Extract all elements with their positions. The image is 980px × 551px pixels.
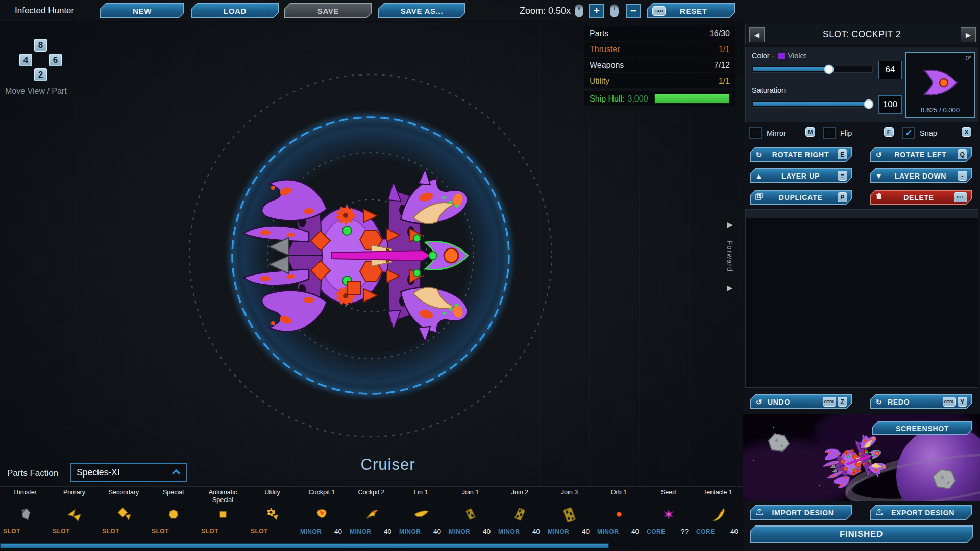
part-item-seed[interactable]: Seed CORE ?? (644, 487, 693, 543)
cockpit1-icon (297, 505, 347, 524)
finished-button[interactable]: FINISHED (750, 525, 973, 543)
screenshot-button[interactable]: SCREENSHOT (872, 421, 972, 435)
mirror-key-badge: M (805, 127, 815, 137)
save-as-button[interactable]: SAVE AS... (378, 3, 465, 18)
color-name: Violet (788, 52, 806, 60)
part-item-special[interactable]: Special SLOT (149, 487, 198, 543)
part-item-primary[interactable]: Primary SLOT (50, 487, 99, 543)
part-angle: 0° (966, 55, 971, 62)
duplicate-button[interactable]: DUPLICATE P (750, 190, 852, 205)
duplicate-key-badge: P (838, 192, 847, 202)
color-slider-knob[interactable] (824, 65, 834, 74)
part-name: Join 1 (446, 487, 495, 505)
tentacle1-icon (693, 505, 743, 524)
toggle-flip[interactable]: ✓ Flip (823, 127, 852, 139)
part-value: 40 (384, 528, 391, 535)
saturation-value[interactable]: 100 (878, 95, 902, 114)
part-value: ?? (681, 528, 689, 535)
primary-icon (50, 505, 99, 524)
key-left: 4 (18, 53, 33, 67)
toggle-snap[interactable]: ✓ Snap (902, 127, 937, 139)
snap-checkbox[interactable]: ✓ (902, 127, 915, 139)
part-name: Primary (50, 487, 99, 505)
part-item-tentacle-1[interactable]: Tentacle 1 CORE 40 (693, 487, 743, 543)
color-slider[interactable] (752, 66, 873, 73)
part-badge: SLOT (3, 528, 20, 535)
part-item-utility[interactable]: Utility SLOT (248, 487, 297, 543)
zoom-in-button[interactable]: + (589, 4, 604, 18)
parts-scrollbar-thumb[interactable] (0, 543, 609, 548)
part-item-fin-1[interactable]: Fin 1 MINOR 40 (396, 487, 446, 543)
part-item-join-1[interactable]: Join 1 MINOR 40 (446, 487, 495, 543)
stat-row-thruster: Thruster1/1 (584, 42, 735, 57)
zoom-label: Zoom: 0.50x (500, 0, 571, 21)
part-name: Join 2 (495, 487, 545, 505)
part-badge: SLOT (53, 528, 70, 535)
stat-row-weapons: Weapons7/12 (584, 58, 735, 72)
auto-special-icon (198, 505, 248, 524)
stats-rows: Parts16/30Thruster1/1Weapons7/12Utility1… (584, 26, 735, 88)
join1-icon (446, 505, 495, 524)
delete-button[interactable]: DELETE DEL (870, 190, 972, 205)
part-item-join-2[interactable]: Join 2 MINOR 40 (495, 487, 545, 543)
chevron-up-icon (172, 468, 181, 477)
reset-button[interactable]: TAB RESET (647, 3, 735, 18)
parts-faction-dropdown[interactable]: Species-XI (70, 463, 187, 482)
parts-scrollbar-track[interactable] (0, 543, 743, 548)
snap-label: Snap (920, 129, 937, 137)
zoom-out-button[interactable]: − (626, 4, 641, 18)
part-item-thruster[interactable]: Thruster SLOT (0, 487, 50, 543)
mirror-checkbox[interactable]: ✓ (749, 127, 762, 139)
layer-down-button[interactable]: ▼ LAYER DOWN - (870, 168, 972, 183)
ship-design[interactable] (237, 168, 482, 343)
part-item-cockpit-1[interactable]: Cockpit 1 MINOR 40 (297, 487, 347, 543)
part-item-secondary[interactable]: Secondary SLOT (99, 487, 149, 543)
part-coords: 0.625 / 0.000 (906, 106, 974, 114)
part-preview: 0° 0.625 / 0.000 (905, 52, 975, 118)
mirror-label: Mirror (767, 129, 786, 137)
rotate-left-key-badge: Q (958, 149, 967, 159)
part-item-automatic-special[interactable]: Automatic Special SLOT (198, 487, 248, 543)
part-item-orb-1[interactable]: Orb 1 MINOR 40 (594, 487, 644, 543)
layer-up-button[interactable]: ▲ LAYER UP = (750, 168, 852, 183)
new-button[interactable]: NEW (100, 3, 184, 18)
z-key-badge: Z (838, 397, 847, 407)
toggle-mirror[interactable]: ✓ Mirror (749, 127, 786, 139)
trash-icon (874, 193, 884, 202)
undo-button[interactable]: ↺ UNDO CTRLZ (750, 394, 852, 409)
key-right: 6 (48, 53, 63, 67)
export-design-button[interactable]: EXPORT DESIGN (870, 505, 972, 520)
join2-icon (495, 505, 545, 524)
part-name: Automatic Special (198, 487, 248, 505)
saturation-slider-knob[interactable] (864, 99, 873, 109)
save-button[interactable]: SAVE (284, 3, 372, 18)
rotate-left-button[interactable]: ↺ ROTATE LEFT Q (870, 147, 972, 162)
rotate-left-icon: ↺ (874, 151, 884, 159)
parts-faction-label: Parts Faction (7, 468, 58, 479)
load-button[interactable]: LOAD (191, 3, 279, 18)
hull-row: Ship Hull: 3,000 (584, 91, 735, 106)
stats-panel: Parts16/30Thruster1/1Weapons7/12Utility1… (584, 26, 735, 107)
rotate-right-button[interactable]: ↻ ROTATE RIGHT E (750, 147, 852, 162)
part-name: Tentacle 1 (693, 487, 743, 505)
part-item-cockpit-2[interactable]: Cockpit 2 MINOR 40 (347, 487, 396, 543)
ctrl-key-badge: CTRL (943, 397, 956, 407)
ctrl-key-badge: CTRL (823, 397, 836, 407)
flip-checkbox[interactable]: ✓ (823, 127, 836, 139)
part-badge: MINOR (449, 528, 471, 535)
part-list[interactable] (745, 209, 978, 388)
redo-button[interactable]: ↻ REDO CTRLY (870, 394, 972, 409)
cockpit2-icon (347, 505, 396, 524)
redo-keys: CTRLY (943, 397, 967, 407)
part-badge: CORE (647, 528, 666, 535)
color-value[interactable]: 64 (878, 61, 902, 79)
orb1-icon (594, 505, 644, 524)
join3-icon (545, 505, 594, 524)
saturation-slider[interactable] (752, 101, 873, 108)
part-badge: MINOR (548, 528, 570, 535)
stat-row-utility: Utility1/1 (584, 73, 735, 88)
import-design-button[interactable]: IMPORT DESIGN (750, 505, 852, 520)
part-value: 40 (730, 528, 738, 535)
part-name: Special (149, 487, 198, 505)
part-item-join-3[interactable]: Join 3 MINOR 40 (545, 487, 594, 543)
